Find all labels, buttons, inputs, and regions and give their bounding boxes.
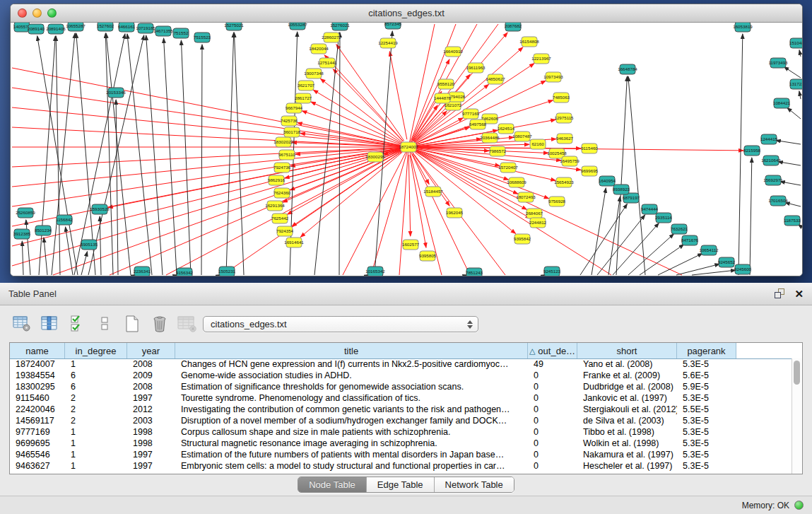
network-node[interactable]: 3621707 <box>298 81 315 90</box>
network-view-window[interactable]: citations_edges.txt 18724007161548081221… <box>10 4 803 276</box>
network-node[interactable]: 1962045 <box>446 208 464 218</box>
network-node[interactable]: 15184457 <box>423 187 443 197</box>
network-node[interactable]: 2236341 <box>134 267 151 276</box>
network-node[interactable]: 16640910 <box>443 47 463 57</box>
column-header-short[interactable]: short <box>577 343 677 358</box>
network-node[interactable]: 20891406 <box>46 24 66 34</box>
network-node[interactable]: 18302022 <box>273 137 293 147</box>
network-node[interactable]: 12975115 <box>554 113 574 123</box>
table-row[interactable]: 946554611997Estimation of the future num… <box>10 449 792 460</box>
network-node[interactable]: 7632621 <box>671 224 688 234</box>
network-node[interactable]: 18072493 <box>516 192 536 202</box>
network-node[interactable]: 1444878 <box>434 93 452 103</box>
network-node[interactable]: 15692971 <box>763 175 783 185</box>
network-node[interactable]: 20364486 <box>480 133 500 143</box>
network-node[interactable]: 18300295 <box>365 152 385 162</box>
network-node[interactable]: 1510488 <box>789 38 802 48</box>
network-node[interactable]: 1527602 <box>97 23 114 31</box>
column-header-pagerank[interactable]: pagerank <box>677 343 736 358</box>
network-node[interactable]: 10807487 <box>512 132 532 141</box>
network-node[interactable]: 16210643 <box>761 156 781 165</box>
network-node[interactable]: 2684067 <box>526 209 543 218</box>
network-node[interactable]: 7624360 <box>273 188 291 198</box>
network-node[interactable]: 3912385 <box>13 229 31 239</box>
network-node[interactable]: 11973493 <box>768 58 788 68</box>
show-column-button[interactable] <box>39 313 60 335</box>
network-node[interactable]: 1602577 <box>402 240 420 250</box>
table-row[interactable]: 1830029562008Estimation of significance … <box>10 381 792 392</box>
network-node[interactable]: 15720407 <box>498 163 518 173</box>
network-node[interactable]: 25260859 <box>16 208 35 218</box>
network-node[interactable]: 7485063 <box>553 93 570 103</box>
row-options-button[interactable] <box>94 313 115 335</box>
network-node[interactable]: 10719185 <box>136 23 155 33</box>
network-node[interactable]: 9245600 <box>734 264 752 274</box>
network-node[interactable]: 9395842 <box>514 234 531 244</box>
network-node[interactable]: 19611963 <box>466 63 486 73</box>
network-node[interactable]: 7425736 <box>281 116 298 126</box>
network-node[interactable]: 1156842 <box>56 215 73 225</box>
network-node[interactable]: 20153346 <box>106 88 126 98</box>
network-node[interactable]: 1244415 <box>760 134 778 144</box>
network-node[interactable]: 9115460 <box>581 144 598 153</box>
network-node[interactable]: 1084421 <box>773 98 791 108</box>
network-canvas[interactable]: 1872400716154808122139671097349374850631… <box>11 23 802 276</box>
network-node[interactable]: 9463627 <box>556 134 574 144</box>
network-node[interactable]: 8215958 <box>743 146 761 156</box>
network-node[interactable]: 12213967 <box>531 54 551 64</box>
tab-network-table[interactable]: Network Table <box>435 477 514 492</box>
network-node[interactable]: 17016504 <box>768 196 788 206</box>
table-row[interactable]: 969969511998Structural magnetic resonanc… <box>10 438 792 449</box>
network-node[interactable]: 7924354 <box>276 226 294 236</box>
tab-node-table[interactable]: Node Table <box>298 477 367 492</box>
network-node[interactable]: 6497568 <box>469 119 487 129</box>
table-row[interactable]: 1872400712008Changes of HCN gene express… <box>10 358 792 370</box>
close-panel-icon[interactable]: ✕ <box>794 288 804 299</box>
network-node[interactable]: 2087682 <box>505 23 522 31</box>
network-node[interactable]: 16495759 <box>560 156 579 166</box>
table-row[interactable]: 911546021997Tourette syndrome. Phenomeno… <box>10 392 792 404</box>
network-node[interactable]: 1624514 <box>498 124 515 134</box>
float-panel-icon[interactable] <box>775 288 786 299</box>
network-node[interactable]: 5905135 <box>81 240 98 250</box>
network-node[interactable]: 9474444 <box>641 204 659 214</box>
network-node[interactable]: 9667944 <box>286 103 303 113</box>
network-node[interactable]: 3601718 <box>283 127 301 137</box>
column-header-out_de[interactable]: △out_de… <box>528 343 577 358</box>
network-node[interactable]: 1640954 <box>599 176 616 186</box>
network-node[interactable]: 10655287 <box>66 23 86 31</box>
network-node[interactable]: 22860272 <box>322 33 341 42</box>
column-header-name[interactable]: name <box>10 343 65 358</box>
network-node[interactable]: 8501234 <box>35 226 52 235</box>
column-header-title[interactable]: title <box>175 343 528 358</box>
network-node[interactable]: 10165342 <box>365 267 385 276</box>
network-node[interactable]: 15276021 <box>330 23 350 30</box>
vertical-scrollbar[interactable] <box>792 358 802 474</box>
network-node[interactable]: 10688609 <box>507 177 526 187</box>
network-node[interactable]: 9675110 <box>278 150 295 160</box>
network-node[interactable]: 15654923 <box>554 177 574 187</box>
column-header-year[interactable]: year <box>127 343 175 358</box>
network-node[interactable]: 62160 <box>530 139 546 149</box>
network-node[interactable]: 9862916 <box>268 175 286 185</box>
network-node[interactable]: 9245652 <box>718 257 736 267</box>
table-selector-dropdown[interactable]: citations_edges.txt <box>203 316 478 332</box>
network-node[interactable]: 8938923 <box>613 185 630 194</box>
network-node[interactable]: 8572345 <box>384 23 402 29</box>
network-node[interactable]: 16291364 <box>265 201 285 211</box>
network-node[interactable]: 19007348 <box>304 69 324 78</box>
network-node[interactable]: 9756928 <box>548 197 566 206</box>
network-node[interactable]: 15930528 <box>90 204 110 214</box>
network-node[interactable]: 10654112 <box>699 245 719 255</box>
network-node[interactable]: 2935114 <box>655 213 672 223</box>
network-node[interactable]: 16648784 <box>618 64 637 74</box>
network-node[interactable]: 9558120 <box>437 79 455 89</box>
network-node[interactable]: 10553287 <box>288 23 307 30</box>
network-node[interactable]: 14850627 <box>486 74 505 84</box>
column-header-in_degree[interactable]: in_degree <box>65 343 127 358</box>
table-row[interactable]: 1938455462009Genome-wide association stu… <box>10 370 792 381</box>
close-window-icon[interactable] <box>18 8 27 18</box>
network-node[interactable]: 18420044 <box>309 44 329 54</box>
table-row[interactable]: 946362711997Embryonic stem cells: a mode… <box>10 460 792 472</box>
network-node[interactable]: 1317232 <box>789 79 802 89</box>
